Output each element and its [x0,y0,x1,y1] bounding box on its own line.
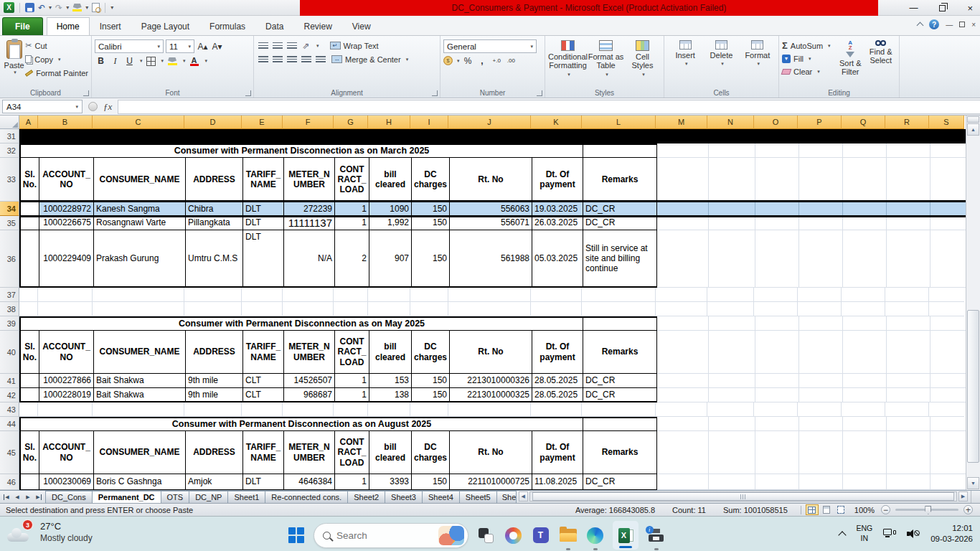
header-cell[interactable]: DC charges [412,158,450,201]
column-header[interactable]: A [19,116,38,129]
task-view-button[interactable] [476,526,496,545]
tab-review[interactable]: Review [293,17,341,35]
header-cell[interactable]: Sl. No. [21,331,39,373]
excel-taskbar-button[interactable]: X [613,521,639,550]
dialog-launcher-icon[interactable] [245,90,251,96]
undo-dropdown-caret-icon[interactable]: ▾ [49,4,52,11]
sheet-tab-dc-cons[interactable]: DC_Cons [45,491,93,503]
cell[interactable] [93,402,184,417]
cell[interactable]: 1000228972 [39,202,94,215]
header-cell[interactable]: DC charges [412,331,450,373]
format-as-table-button[interactable]: Format as Table ▾ [588,38,624,87]
cell[interactable] [582,302,656,316]
header-cell[interactable]: ADDRESS [186,158,243,201]
formula-input[interactable] [118,100,980,114]
sheet-tab-sheet2[interactable]: Sheet2 [348,491,385,503]
grow-font-button[interactable]: A▴ [197,40,209,52]
column-header[interactable]: P [798,116,842,129]
cell[interactable]: 150 [412,216,450,230]
cell[interactable] [410,288,448,302]
header-cell[interactable]: Dt. Of payment [532,158,583,201]
cell[interactable] [368,402,410,417]
shrink-font-button[interactable]: A▾ [211,40,223,52]
cell[interactable] [184,302,242,316]
row-header[interactable]: 33 [0,158,19,202]
volume-muted-icon[interactable] [907,529,920,539]
fill-color-dropdown-caret-icon[interactable]: ▾ [183,58,186,64]
sheet-tab-ots[interactable]: OTS [161,491,190,503]
horizontal-scrollbar[interactable]: ◀ ▶ [518,491,969,501]
cell[interactable] [368,288,410,302]
empty-cells-region[interactable] [657,143,966,158]
borders-dropdown-caret-icon[interactable]: ▾ [161,58,164,64]
printer-app-button[interactable]: i [646,526,666,545]
header-cell[interactable]: Dt. Of payment [532,331,583,373]
cell[interactable]: 26.03.2025 [532,216,583,230]
cell[interactable]: 1000226675 [39,216,94,230]
comma-style-button[interactable]: , [476,55,489,67]
cell[interactable]: 28.05.2025 [532,374,583,387]
save-button[interactable] [25,2,34,14]
cell[interactable]: 1 [335,474,369,489]
hidden-icons-chevron[interactable] [839,531,847,539]
cell[interactable]: 2213010000326 [450,374,532,387]
column-header[interactable]: R [885,116,929,129]
font-color-dropdown-caret-icon[interactable]: ▾ [205,58,208,64]
header-cell[interactable]: ACCOUNT_NO [39,331,94,373]
header-cell[interactable]: METER_NUMBER [284,431,335,474]
autosum-button[interactable]: ΣAutoSum▾ [782,40,835,51]
middle-align-button[interactable] [271,39,283,52]
row-header[interactable]: 41 [0,374,19,388]
copilot-button[interactable] [504,526,523,545]
sheet-tab-sheet4[interactable]: Sheet4 [423,491,460,503]
cell[interactable]: Kanesh Sangma [94,202,186,215]
column-header[interactable]: D [184,116,242,129]
fill-color-dropdown-caret-icon[interactable]: ▾ [85,4,88,11]
sort-filter-button[interactable]: AZ Sort & Filter [835,38,866,87]
select-all-corner[interactable] [0,116,19,129]
header-cell[interactable]: CONTRACT_LOAD [335,331,369,373]
header-cell[interactable]: Rt. No [450,158,532,201]
paste-dropdown-caret-icon[interactable]: ▾ [14,70,17,75]
cell[interactable] [242,302,283,316]
dialog-launcher-icon[interactable] [83,90,89,96]
cell[interactable]: 1000227866 [39,374,94,387]
cell[interactable]: 1 [335,202,369,215]
align-left-button[interactable] [257,53,269,65]
cell[interactable]: Chibra [186,202,243,215]
cell[interactable]: 3393 [369,474,412,489]
cell[interactable]: DC_CR [583,474,657,489]
cell[interactable]: CLT [243,374,284,387]
cell[interactable] [410,402,448,417]
cell[interactable] [21,230,39,286]
cell[interactable]: DLT [243,230,284,286]
column-header[interactable]: F [283,116,334,129]
cell[interactable]: DLT [243,474,284,489]
cell[interactable]: 556071 [450,216,532,230]
cell[interactable] [531,302,582,316]
file-explorer-button[interactable] [558,526,578,545]
cell[interactable]: 907 [369,230,412,286]
font-color-button[interactable]: A [188,55,201,67]
cell[interactable]: DC_CR [583,374,657,387]
empty-cells-region[interactable] [657,216,966,230]
cell[interactable]: DC_CR [583,216,657,230]
last-sheet-button[interactable]: ▶ [34,492,43,501]
header-cell[interactable]: Sl. No. [21,158,39,201]
cell[interactable] [368,302,410,316]
cell[interactable]: N/A [284,230,335,286]
sheet-tab-permanent-dc[interactable]: Permanent_DC [93,491,161,503]
find-select-button[interactable]: Find & Select [866,38,897,87]
cell[interactable]: Prakash Gurung [94,230,186,286]
edge-button[interactable] [585,526,605,545]
column-header[interactable]: L [582,116,656,129]
copy-button[interactable]: Copy▾ [25,54,88,65]
cell[interactable]: 150 [412,230,450,286]
workbook-restore-button[interactable] [959,22,965,27]
header-cell[interactable]: ACCOUNT_NO [39,431,94,474]
merge-center-button[interactable]: ↔ Merge & Center ▾ [331,54,408,65]
align-center-button[interactable] [271,53,283,65]
fill-color-button[interactable] [166,55,179,67]
cell[interactable] [334,402,368,417]
cell[interactable] [21,388,39,401]
